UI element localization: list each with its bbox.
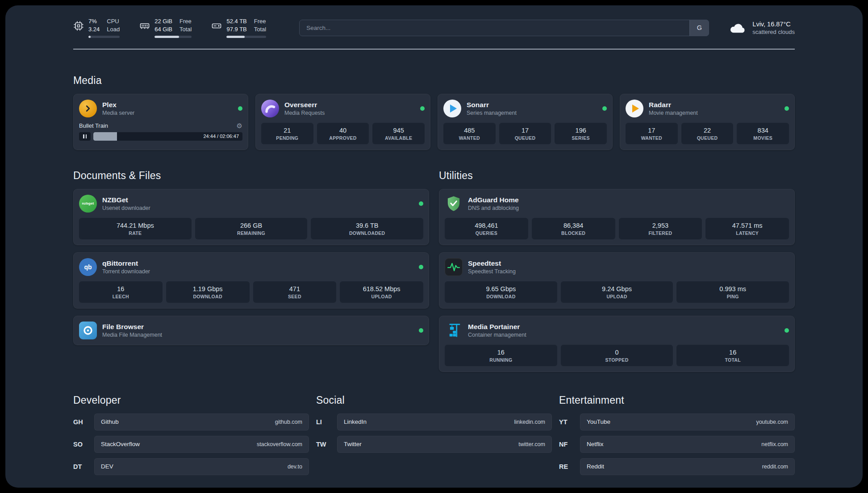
bookmark-abbr: TW <box>316 441 337 448</box>
service-name: NZBGet <box>102 196 150 205</box>
search-input[interactable] <box>299 20 709 36</box>
overseerr-card[interactable]: Overseerr Media Requests 21 PENDING 40 A… <box>255 94 430 150</box>
bookmark-link-github[interactable]: Github github.com <box>94 414 309 430</box>
service-description: Series management <box>467 110 517 116</box>
speedtest-icon <box>445 258 463 276</box>
nzbget-card[interactable]: nzbget NZBGet Usenet downloader 744.21 M… <box>73 189 429 245</box>
bookmark-domain: twitter.com <box>518 441 545 447</box>
bookmark-name: DEV <box>101 463 113 470</box>
playback-progress-bar[interactable]: 24:44 / 02:06:47 <box>93 132 242 141</box>
cpu-load-label: Load <box>107 26 120 33</box>
bookmark-item: YT YouTube youtube.com <box>559 414 795 430</box>
sonarr-card[interactable]: Sonarr Series management 485 WANTED 17 Q… <box>438 94 613 150</box>
adguard-card[interactable]: AdGuard Home DNS and adblocking 498,461 … <box>439 189 795 245</box>
bookmark-link-dev[interactable]: DEV dev.to <box>94 458 309 475</box>
bookmark-name: YouTube <box>587 418 610 425</box>
service-name: Media Portainer <box>468 322 526 331</box>
bookmark-item: GH Github github.com <box>73 414 309 430</box>
adguard-icon <box>445 195 463 213</box>
bookmark-item: LI LinkedIn linkedin.com <box>316 414 552 430</box>
bookmark-name: Github <box>101 418 119 425</box>
service-name: Overseerr <box>284 100 325 109</box>
bookmark-abbr: NF <box>559 441 580 448</box>
bookmark-group-entertainment: Entertainment YT YouTube youtube.com NF … <box>559 394 795 480</box>
service-description: Media server <box>102 110 134 116</box>
bookmark-domain: stackoverflow.com <box>257 441 302 447</box>
plex-card[interactable]: Plex Media server Bullet Train ⚙ <box>73 94 248 150</box>
memory-total: 64 GiB <box>154 26 172 33</box>
stat-ping: 0.993 ms PING <box>676 281 789 303</box>
bookmark-group-developer: Developer GH Github github.com SO StackO… <box>73 394 309 480</box>
service-name: Speedtest <box>468 259 516 268</box>
section-title-developer: Developer <box>73 394 309 406</box>
disk-widget: 52.4 TB Free 97.9 TB Total <box>211 18 266 38</box>
gear-icon[interactable]: ⚙ <box>237 122 242 129</box>
bookmark-item: TW Twitter twitter.com <box>316 436 552 453</box>
stat-filtered: 2,953 FILTERED <box>619 218 702 239</box>
cpu-widget: 7% CPU 3.24 Load <box>73 18 120 38</box>
section-utilities: Utilities <box>439 170 795 372</box>
bookmark-link-netflix[interactable]: Netflix netflix.com <box>580 436 795 453</box>
status-dot <box>419 328 423 333</box>
search-provider-button[interactable]: G <box>689 20 709 36</box>
service-name: Sonarr <box>467 100 517 109</box>
bookmark-link-reddit[interactable]: Reddit reddit.com <box>580 458 795 475</box>
status-dot <box>785 328 789 333</box>
service-name: AdGuard Home <box>468 196 519 205</box>
stat-downloaded: 39.6 TB DOWNLOADED <box>311 218 423 239</box>
pause-button[interactable] <box>79 132 91 141</box>
service-description: DNS and adblocking <box>468 205 519 211</box>
bookmark-abbr: DT <box>73 463 94 470</box>
section-documents: Documents & Files nzbget NZBGet Usenet d… <box>73 170 429 372</box>
speedtest-card[interactable]: Speedtest Speedtest Tracking 9.65 Gbps D… <box>439 252 795 309</box>
portainer-card[interactable]: Media Portainer Container management 16 … <box>439 316 795 372</box>
bookmark-link-twitter[interactable]: Twitter twitter.com <box>337 436 552 453</box>
radarr-card[interactable]: Radarr Movie management 17 WANTED 22 QUE… <box>620 94 795 150</box>
bookmark-group-social: Social LI LinkedIn linkedin.com TW Twitt… <box>316 394 552 480</box>
search-bar: G <box>299 20 709 36</box>
stat-latency: 47.571 ms LATENCY <box>705 218 789 239</box>
qbittorrent-card[interactable]: qb qBittorrent Torrent downloader 16 LEE… <box>73 252 429 309</box>
filebrowser-card[interactable]: File Browser Media File Management <box>73 316 429 345</box>
bookmark-domain: github.com <box>275 419 302 425</box>
overseerr-icon <box>261 100 279 117</box>
stat-download: 1.19 Gbps DOWNLOAD <box>166 281 250 303</box>
cpu-load: 3.24 <box>88 26 100 33</box>
bookmark-name: Reddit <box>587 463 604 470</box>
memory-free-label: Free <box>179 18 192 25</box>
stat-remaining: 266 GB REMAINING <box>195 218 308 239</box>
bookmark-abbr: LI <box>316 418 337 426</box>
bookmark-abbr: GH <box>73 418 94 426</box>
memory-icon <box>139 21 150 31</box>
disk-total: 97.9 TB <box>226 26 246 33</box>
bookmark-link-youtube[interactable]: YouTube youtube.com <box>580 414 795 430</box>
section-title-entertainment: Entertainment <box>559 394 795 406</box>
stat-upload: 9.24 Gbps UPLOAD <box>561 281 673 303</box>
plex-icon <box>79 100 97 117</box>
bookmark-item: NF Netflix netflix.com <box>559 436 795 453</box>
stat-total: 16 TOTAL <box>676 345 789 366</box>
disk-progress-bar <box>226 36 266 38</box>
stat-stopped: 0 STOPPED <box>561 345 673 366</box>
qbittorrent-icon: qb <box>79 258 97 276</box>
stat-running: 16 RUNNING <box>445 345 557 366</box>
status-dot <box>419 201 423 206</box>
stat-approved: 40 APPROVED <box>317 123 369 144</box>
status-dot <box>420 106 425 111</box>
bookmark-link-stackoverflow[interactable]: StackOverflow stackoverflow.com <box>94 436 309 453</box>
bookmark-name: LinkedIn <box>344 418 367 425</box>
weather-widget[interactable]: Lviv, 16.87°C scattered clouds <box>729 21 795 35</box>
bookmark-domain: youtube.com <box>756 419 788 425</box>
bookmark-item: DT DEV dev.to <box>73 458 309 475</box>
cpu-label: CPU <box>107 18 120 25</box>
bookmark-abbr: SO <box>73 441 94 448</box>
memory-widget: 22 GiB Free 64 GiB Total <box>139 18 192 38</box>
bookmark-domain: dev.to <box>288 464 302 470</box>
memory-progress-bar <box>154 36 192 38</box>
stat-upload: 618.52 Mbps UPLOAD <box>340 281 423 303</box>
bookmark-link-linkedin[interactable]: LinkedIn linkedin.com <box>337 414 552 430</box>
weather-location: Lviv, 16.87°C <box>752 21 795 28</box>
cpu-percent: 7% <box>88 18 100 25</box>
dashboard: 7% CPU 3.24 Load 22 GiB Free 64 GiB T <box>5 5 863 488</box>
status-dot <box>419 265 423 269</box>
